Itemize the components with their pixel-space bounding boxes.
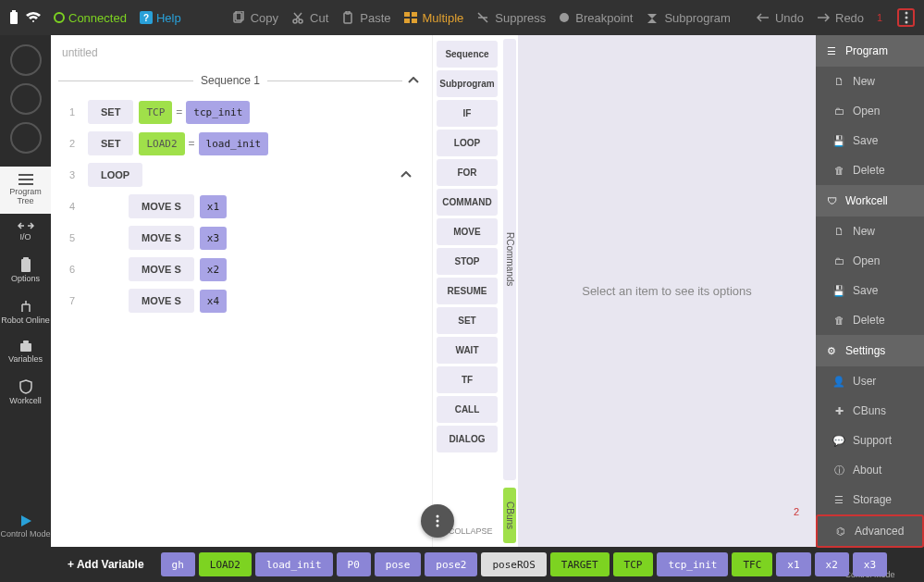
svg-rect-1 <box>12 10 16 12</box>
menu-program-open[interactable]: 🗀Open <box>816 96 924 126</box>
palette-subprogram[interactable]: Subprogram <box>437 70 498 97</box>
arg-chip: x4 <box>200 290 227 313</box>
undo-button[interactable]: Undo <box>757 11 804 25</box>
suppress-icon <box>476 11 489 24</box>
code-row[interactable]: 7 MOVE S x4 <box>58 285 425 316</box>
fab-button[interactable] <box>421 504 454 538</box>
help-button[interactable]: ? Help <box>140 11 181 25</box>
trash-icon: 🗑 <box>832 314 845 327</box>
palette-for[interactable]: FOR <box>437 159 498 186</box>
menu-program-header[interactable]: ☰Program <box>816 35 924 67</box>
right-menu: ☰Program 🗋New 🗀Open 💾Save 🗑Delete 🛡Workc… <box>816 35 924 547</box>
cbuns-tab[interactable]: CBuns <box>503 488 516 543</box>
svg-rect-22 <box>23 341 29 343</box>
multiple-button[interactable]: Multiple <box>404 11 464 25</box>
svg-rect-0 <box>10 12 18 24</box>
menu-program-save[interactable]: 💾Save <box>816 126 924 155</box>
options-tab[interactable]: Options <box>0 250 51 291</box>
menu-workcell-delete[interactable]: 🗑Delete <box>816 305 924 335</box>
program-editor: untitled Sequence 1 1 SET TCP = tcp_init… <box>51 35 518 547</box>
status-circle-1[interactable] <box>10 44 42 76</box>
chevron-up-icon[interactable] <box>395 171 417 179</box>
svg-point-23 <box>437 515 439 518</box>
palette-resume[interactable]: RESUME <box>437 278 498 304</box>
var-chip[interactable]: x2 <box>815 552 849 576</box>
var-chip[interactable]: TCP <box>613 552 654 576</box>
palette-tf[interactable]: TF <box>437 366 498 393</box>
svg-text:?: ? <box>143 13 149 23</box>
var-chip[interactable]: LOAD2 <box>199 552 252 576</box>
menu-user[interactable]: 👤User <box>816 366 924 396</box>
save-icon: 💾 <box>832 134 845 147</box>
var-chip[interactable]: TFC <box>732 552 772 576</box>
menu-settings-header[interactable]: ⚙Settings <box>816 335 924 366</box>
palette-call[interactable]: CALL <box>437 396 498 423</box>
menu-support[interactable]: 💬Support <box>816 426 924 455</box>
chevron-up-icon[interactable] <box>402 77 425 84</box>
variable-chip: TCP <box>139 101 172 124</box>
control-mode-left[interactable]: Control Mode <box>0 507 51 547</box>
menu-workcell-open[interactable]: 🗀Open <box>816 246 924 276</box>
cut-button[interactable]: Cut <box>291 11 328 25</box>
puzzle-icon: ✚ <box>832 404 845 417</box>
code-row[interactable]: 2 SET LOAD2 = load_init <box>58 128 425 159</box>
code-row[interactable]: 1 SET TCP = tcp_init <box>58 96 425 128</box>
code-row[interactable]: 3 LOOP <box>58 159 425 191</box>
menu-storage[interactable]: ☰Storage <box>816 485 924 514</box>
add-variable-button[interactable]: + Add Variable <box>55 547 157 582</box>
status-circle-2[interactable] <box>10 83 42 115</box>
palette-stop[interactable]: STOP <box>437 248 498 275</box>
program-tree-tab[interactable]: Program Tree <box>0 167 51 214</box>
menu-about[interactable]: ⓘAbout <box>816 455 924 485</box>
palette-if[interactable]: IF <box>437 100 498 127</box>
status-circle-3[interactable] <box>10 122 42 154</box>
var-chip[interactable]: load_init <box>255 552 333 576</box>
menu-program-new[interactable]: 🗋New <box>816 67 924 96</box>
menu-workcell-header[interactable]: 🛡Workcell <box>816 185 924 217</box>
var-chip[interactable]: x1 <box>776 552 810 576</box>
palette-command[interactable]: COMMAND <box>437 189 498 216</box>
connected-icon <box>54 12 65 23</box>
var-chip[interactable]: pose2 <box>425 552 477 576</box>
left-sidebar: Program Tree I/O Options Robot Online Va… <box>0 35 51 547</box>
rcommands-tab[interactable]: RCommands <box>503 39 516 480</box>
workcell-tab[interactable]: Workcell <box>0 372 51 414</box>
var-chip[interactable]: P0 <box>337 552 371 576</box>
robot-online-tab[interactable]: Robot Online <box>0 291 51 333</box>
palette-loop[interactable]: LOOP <box>437 130 498 156</box>
redo-button[interactable]: Redo <box>817 11 864 25</box>
menu-advanced[interactable]: ⌬Advanced <box>816 514 924 548</box>
paste-button[interactable]: Paste <box>341 11 390 25</box>
menu-program-delete[interactable]: 🗑Delete <box>816 155 924 185</box>
palette-sequence[interactable]: Sequence <box>437 41 498 68</box>
menu-workcell-save[interactable]: 💾Save <box>816 276 924 305</box>
code-row[interactable]: 4 MOVE S x1 <box>58 191 425 222</box>
svg-rect-13 <box>404 19 410 23</box>
suppress-button[interactable]: Suppress <box>476 11 546 25</box>
breakpoint-button[interactable]: Breakpoint <box>559 11 633 25</box>
io-tab[interactable]: I/O <box>0 214 51 250</box>
svg-point-24 <box>437 520 439 523</box>
var-chip[interactable]: poseROS <box>481 552 546 576</box>
copy-button[interactable]: Copy <box>232 11 278 25</box>
list-icon <box>18 174 33 185</box>
var-chip[interactable]: x3 <box>853 552 887 576</box>
menu-cbuns[interactable]: ✚CBuns <box>816 396 924 426</box>
var-chip[interactable]: gh <box>161 552 195 576</box>
value-chip: load_init <box>199 132 269 155</box>
variables-tab[interactable]: Variables <box>0 332 51 372</box>
var-chip[interactable]: pose <box>375 552 422 576</box>
code-row[interactable]: 6 MOVE S x2 <box>58 254 425 285</box>
var-chip[interactable]: tcp_init <box>657 552 728 576</box>
palette-set[interactable]: SET <box>437 307 498 334</box>
code-row[interactable]: 5 MOVE S x3 <box>58 222 425 254</box>
menu-workcell-new[interactable]: 🗋New <box>816 217 924 246</box>
sequence-header[interactable]: Sequence 1 <box>58 74 425 87</box>
palette-wait[interactable]: WAIT <box>437 337 498 364</box>
svg-point-7 <box>293 19 297 23</box>
palette-dialog[interactable]: DIALOG <box>437 426 498 452</box>
palette-move[interactable]: MOVE <box>437 218 498 245</box>
subprogram-button[interactable]: Subprogram <box>646 11 731 25</box>
more-menu-button[interactable] <box>897 8 915 27</box>
var-chip[interactable]: TARGET <box>550 552 610 576</box>
